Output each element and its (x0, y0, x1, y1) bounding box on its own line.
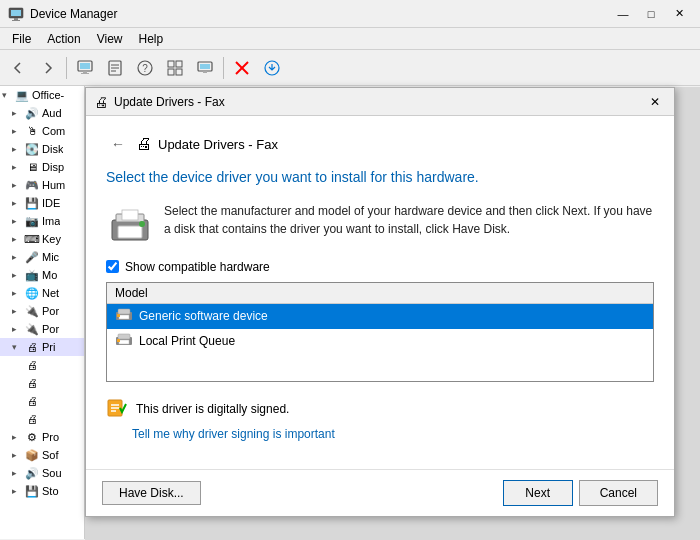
tree-expand-office: ▾ (2, 90, 14, 100)
menu-file[interactable]: File (4, 30, 39, 48)
tree-label-hum: Hum (42, 179, 65, 191)
checkbox-row: Show compatible hardware (106, 260, 654, 274)
model-item-label-1: Local Print Queue (139, 334, 235, 348)
tree-item-pri-child2[interactable]: 🖨 (0, 374, 84, 392)
grid-toolbar-button[interactable] (161, 54, 189, 82)
svg-rect-3 (12, 20, 20, 21)
svg-rect-26 (118, 226, 142, 238)
svg-rect-15 (176, 61, 182, 67)
tree-item-ima[interactable]: ▸ 📷 Ima (0, 212, 84, 230)
tree-label-disk1: Disk (42, 143, 63, 155)
dialog-close-button[interactable]: ✕ (644, 91, 666, 113)
tree-item-key[interactable]: ▸ ⌨ Key (0, 230, 84, 248)
minimize-button[interactable]: — (610, 4, 636, 24)
show-compatible-label[interactable]: Show compatible hardware (125, 260, 270, 274)
menu-view[interactable]: View (89, 30, 131, 48)
tree-icon-por1: 🔌 (24, 303, 40, 319)
tree-item-audio[interactable]: ▸ 🔊 Aud (0, 104, 84, 122)
tree-item-disp[interactable]: ▸ 🖥 Disp (0, 158, 84, 176)
dialog-footer: Have Disk... Next Cancel (86, 469, 674, 516)
help-toolbar-button[interactable]: ? (131, 54, 159, 82)
dialog-title-text: Update Drivers - Fax (114, 95, 644, 109)
update-drivers-dialog: 🖨 Update Drivers - Fax ✕ ← 🖨 Update Driv… (85, 87, 675, 517)
tree-label-audio: Aud (42, 107, 62, 119)
dialog-back-button[interactable]: ← (106, 132, 130, 156)
tree-item-pri-child3[interactable]: 🖨 (0, 392, 84, 410)
tree-icon-por2: 🔌 (24, 321, 40, 337)
update-toolbar-button[interactable] (258, 54, 286, 82)
tree-item-pri-child4[interactable]: 🖨 (0, 410, 84, 428)
tree-item-sof[interactable]: ▸ 📦 Sof (0, 446, 84, 464)
maximize-button[interactable]: □ (638, 4, 664, 24)
monitor-toolbar-button[interactable] (191, 54, 219, 82)
remove-toolbar-button[interactable] (228, 54, 256, 82)
tree-icon-key: ⌨ (24, 231, 40, 247)
tree-icon-pri-child3: 🖨 (24, 393, 40, 409)
tree-icon-pri-child2: 🖨 (24, 375, 40, 391)
dialog-title-bar: 🖨 Update Drivers - Fax ✕ (86, 88, 674, 116)
svg-rect-17 (176, 69, 182, 75)
tree-icon-ima: 📷 (24, 213, 40, 229)
show-compatible-checkbox[interactable] (106, 260, 119, 273)
model-list-item-1[interactable]: Local Print Queue (107, 329, 653, 354)
tree-label-ima: Ima (42, 215, 60, 227)
svg-rect-35 (119, 340, 129, 344)
close-button[interactable]: ✕ (666, 4, 692, 24)
toolbar-sep-1 (66, 57, 67, 79)
have-disk-button[interactable]: Have Disk... (102, 481, 201, 505)
tree-item-net[interactable]: ▸ 🌐 Net (0, 284, 84, 302)
tree-icon-mic: 🎤 (24, 249, 40, 265)
dialog-nav-title: Update Drivers - Fax (158, 137, 278, 152)
next-button[interactable]: Next (503, 480, 573, 506)
tree-item-por1[interactable]: ▸ 🔌 Por (0, 302, 84, 320)
tree-item-por2[interactable]: ▸ 🔌 Por (0, 320, 84, 338)
tree-icon-disp: 🖥 (24, 159, 40, 175)
svg-rect-1 (11, 10, 21, 16)
tree-item-ide[interactable]: ▸ 💾 IDE (0, 194, 84, 212)
tree-item-sto[interactable]: ▸ 💾 Sto (0, 482, 84, 500)
menu-action[interactable]: Action (39, 30, 88, 48)
tree-label-com: Com (42, 125, 65, 137)
svg-rect-16 (168, 69, 174, 75)
tree-item-pri[interactable]: ▾ 🖨 Pri (0, 338, 84, 356)
tree-icon-disk1: 💽 (24, 141, 40, 157)
window-controls: — □ ✕ (610, 4, 692, 24)
tree-item-mo[interactable]: ▸ 📺 Mo (0, 266, 84, 284)
tree-label-sou: Sou (42, 467, 62, 479)
tree-label-por2: Por (42, 323, 59, 335)
toolbar-sep-2 (223, 57, 224, 79)
tree-label-ide: IDE (42, 197, 60, 209)
forward-toolbar-button[interactable] (34, 54, 62, 82)
tree-item-mic[interactable]: ▸ 🎤 Mic (0, 248, 84, 266)
svg-rect-2 (14, 18, 18, 20)
tree-item-office[interactable]: ▾ 💻 Office- (0, 86, 84, 104)
tree-item-pro[interactable]: ▸ ⚙ Pro (0, 428, 84, 446)
app-title: Device Manager (30, 7, 610, 21)
model-list-item-0[interactable]: Generic software device (107, 304, 653, 329)
dialog-nav: ← 🖨 Update Drivers - Fax (106, 132, 654, 156)
cancel-button[interactable]: Cancel (579, 480, 658, 506)
props-toolbar-button[interactable] (101, 54, 129, 82)
back-toolbar-button[interactable] (4, 54, 32, 82)
menu-help[interactable]: Help (131, 30, 172, 48)
dialog-overlay: 🖨 Update Drivers - Fax ✕ ← 🖨 Update Driv… (85, 87, 700, 539)
tree-icon-pri-child1: 🖨 (24, 357, 40, 373)
tree-item-disk1[interactable]: ▸ 💽 Disk (0, 140, 84, 158)
tree-label-mo: Mo (42, 269, 57, 281)
signed-link[interactable]: Tell me why driver signing is important (132, 427, 335, 441)
svg-rect-28 (122, 210, 138, 220)
svg-rect-6 (83, 71, 87, 73)
tree-item-com[interactable]: ▸ 🖱 Com (0, 122, 84, 140)
tree-item-pri-child1[interactable]: 🖨 (0, 356, 84, 374)
tree-icon-ide: 💾 (24, 195, 40, 211)
nav-buttons: Next Cancel (503, 480, 658, 506)
svg-rect-7 (81, 73, 89, 74)
computer-toolbar-button[interactable] (71, 54, 99, 82)
tree-icon-sof: 📦 (24, 447, 40, 463)
tree-item-sou[interactable]: ▸ 🔊 Sou (0, 464, 84, 482)
tree-item-hum[interactable]: ▸ 🎮 Hum (0, 176, 84, 194)
dialog-desc-icon (106, 202, 154, 246)
tree-icon-sto: 💾 (24, 483, 40, 499)
model-list-header: Model (107, 283, 653, 304)
signed-text: This driver is digitally signed. (136, 402, 289, 416)
